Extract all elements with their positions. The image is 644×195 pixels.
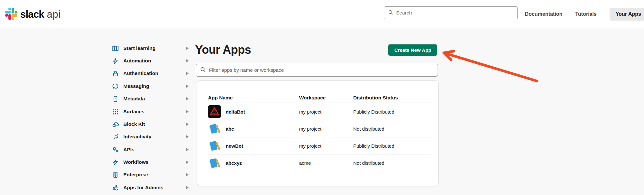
search-input[interactable] xyxy=(396,10,514,16)
chevron-right-icon xyxy=(186,123,189,126)
app-workspace: my project xyxy=(299,143,353,149)
chevron-right-icon xyxy=(186,135,189,138)
app-icon-delta-logo xyxy=(208,105,221,118)
app-name[interactable]: abc xyxy=(226,126,234,132)
sidebar-item-label: Enterprise xyxy=(123,172,148,178)
sidebar-item-label: Authentication xyxy=(123,70,158,76)
sidebar-item-surfaces[interactable]: Surfaces xyxy=(112,107,189,116)
sidebar-item-enterprise[interactable]: Enterprise xyxy=(112,170,189,180)
chevron-right-icon xyxy=(186,47,189,50)
column-header-workspace: Workspace xyxy=(299,95,353,101)
chevron-right-icon xyxy=(186,110,189,113)
sidebar-item-label: Interactivity xyxy=(123,134,151,140)
sliders-icon xyxy=(112,184,119,191)
map-icon xyxy=(112,45,119,52)
sidebar-item-automation[interactable]: Automation xyxy=(112,56,189,66)
app-workspace: my project xyxy=(299,126,353,132)
app-icon-default xyxy=(208,157,221,170)
chevron-right-icon xyxy=(186,161,189,164)
speech-bubble-icon xyxy=(112,83,119,90)
top-header-bar: slack api Documentation Tutorials Your A… xyxy=(0,0,644,28)
app-icon-default xyxy=(208,122,221,135)
logo-suffix-text: api xyxy=(47,9,61,20)
table-row-abc[interactable]: abc my project Not distributed xyxy=(208,120,431,137)
nav-documentation[interactable]: Documentation xyxy=(525,11,562,17)
app-workspace: acme xyxy=(299,160,353,166)
sidebar-item-label: Block Kit xyxy=(123,121,145,127)
column-header-distribution-status: Distribution Status xyxy=(353,95,431,101)
lock-icon xyxy=(112,70,119,77)
table-row-deltabot[interactable]: deltaBot my project Publicly Distributed xyxy=(208,103,431,120)
app-icon-default xyxy=(208,139,221,152)
sidebar-item-label: Workflows xyxy=(123,159,148,165)
app-distribution-status: Publicly Distributed xyxy=(353,143,431,149)
app-distribution-status: Not distributed xyxy=(353,126,431,132)
chevron-right-icon xyxy=(186,186,189,189)
sidebar-item-label: Apps for Admins xyxy=(123,185,163,190)
app-workspace: my project xyxy=(299,109,353,115)
sidebar-item-workflows[interactable]: Workflows xyxy=(112,157,189,167)
sidebar-item-label: Automation xyxy=(123,58,151,64)
slack-api-logo[interactable]: slack api xyxy=(5,8,61,21)
global-search-box[interactable] xyxy=(384,6,518,19)
sidebar-item-start-learning[interactable]: Start learning xyxy=(112,43,189,53)
sidebar-item-authentication[interactable]: Authentication xyxy=(112,69,189,78)
nav-your-apps[interactable]: Your Apps xyxy=(610,8,644,21)
column-header-app-name: App Name xyxy=(208,95,299,101)
chevron-right-icon xyxy=(186,72,189,75)
sidebar-item-apis[interactable]: APIs xyxy=(112,145,189,154)
app-distribution-status: Publicly Distributed xyxy=(353,109,431,115)
apps-table-header: App Name Workspace Distribution Status xyxy=(208,93,431,103)
lightning-icon xyxy=(112,58,119,64)
filter-apps-box[interactable] xyxy=(196,64,438,77)
app-name[interactable]: deltaBot xyxy=(226,109,245,115)
apps-table: App Name Workspace Distribution Status d… xyxy=(208,93,431,172)
nav-tutorials[interactable]: Tutorials xyxy=(575,11,596,17)
search-icon xyxy=(200,67,206,74)
sidebar-item-label: Surfaces xyxy=(123,109,144,115)
gears-icon xyxy=(112,146,119,153)
chevron-right-icon xyxy=(186,173,189,176)
chevron-right-icon xyxy=(186,85,189,88)
filter-apps-input[interactable] xyxy=(209,67,434,73)
plug-icon xyxy=(112,134,119,140)
sidebar-item-apps-for-admins[interactable]: Apps for Admins xyxy=(112,183,189,192)
slack-logo-icon xyxy=(5,8,17,21)
sidebar-item-label: APIs xyxy=(123,147,134,153)
app-name[interactable]: newBot xyxy=(226,143,243,149)
logo-brand-text: slack xyxy=(20,9,44,20)
tag-icon xyxy=(112,96,119,102)
chevron-right-icon xyxy=(186,148,189,151)
sidebar-item-metadata[interactable]: Metadata xyxy=(112,94,189,104)
app-distribution-status: Not distributed xyxy=(353,160,431,166)
chevron-right-icon xyxy=(186,97,189,100)
red-arrow-annotation xyxy=(435,45,544,87)
grid-dots-icon xyxy=(112,108,119,115)
app-name[interactable]: abcxyz xyxy=(226,160,242,166)
sidebar-item-label: Messaging xyxy=(123,83,149,89)
table-row-newbot[interactable]: newBot my project Publicly Distributed xyxy=(208,137,431,154)
top-navigation: Documentation Tutorials Your Apps xyxy=(525,0,644,28)
sidebar-item-interactivity[interactable]: Interactivity xyxy=(112,132,189,142)
building-icon xyxy=(112,172,119,178)
table-row-abcxyz[interactable]: abcxyz acme Not distributed xyxy=(208,154,431,172)
page-title: Your Apps xyxy=(195,43,251,57)
slack-api-your-apps-page: slack api Documentation Tutorials Your A… xyxy=(0,0,644,195)
create-new-app-button[interactable]: Create New App xyxy=(388,44,437,56)
blocks-icon xyxy=(112,121,119,128)
search-icon xyxy=(388,10,393,16)
sidebar-item-label: Metadata xyxy=(123,96,145,102)
sidebar-item-block-kit[interactable]: Block Kit xyxy=(112,119,189,129)
chevron-right-icon xyxy=(186,59,189,62)
apps-list-card: App Name Workspace Distribution Status d… xyxy=(197,80,439,186)
sidebar-item-label: Start learning xyxy=(123,45,156,51)
sidebar-item-messaging[interactable]: Messaging xyxy=(112,81,189,91)
lightning-icon xyxy=(112,159,119,166)
